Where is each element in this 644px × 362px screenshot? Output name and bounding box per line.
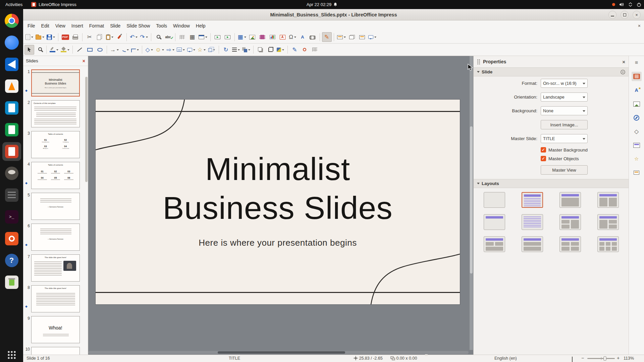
insert-table-button[interactable]: ▦ — [237, 32, 247, 42]
dock-chrome-icon[interactable] — [2, 11, 21, 30]
format-dropdown[interactable]: On-scr... w (16:9) — [541, 79, 588, 88]
arrange-button[interactable] — [241, 45, 251, 55]
dock-impress-icon[interactable] — [2, 142, 21, 161]
layout-title-2content-content[interactable] — [559, 214, 581, 230]
menu-format[interactable]: Format — [86, 22, 107, 30]
glue-points-button[interactable] — [300, 45, 310, 55]
slides-panel-close-icon[interactable]: × — [83, 58, 85, 64]
show-snap-guides-button[interactable] — [310, 45, 320, 55]
zoom-in-button[interactable]: + — [617, 355, 620, 361]
curves-polygons-button[interactable] — [120, 45, 130, 55]
menu-view[interactable]: View — [52, 22, 68, 30]
orientation-dropdown[interactable]: Landscape — [541, 93, 588, 102]
zoom-slider-handle[interactable] — [603, 356, 606, 361]
display-views-button[interactable] — [198, 32, 208, 42]
tab-slide-transition[interactable] — [632, 168, 642, 177]
slide-thumbnail-3[interactable]: 3 Table of contents 01Introduction 02Com… — [24, 131, 86, 158]
master-name-status[interactable]: TITLE — [229, 356, 240, 361]
insert-comment-button[interactable] — [367, 32, 377, 42]
master-objects-checkbox[interactable]: ✓ — [541, 156, 546, 161]
tab-animation[interactable]: ☆ — [632, 154, 642, 164]
export-pdf-button[interactable]: PDF — [60, 32, 70, 42]
flowchart-button[interactable] — [176, 45, 186, 55]
find-replace-button[interactable] — [153, 32, 163, 42]
layout-title-only[interactable] — [484, 214, 505, 230]
activities-button[interactable]: Activities — [0, 0, 28, 9]
slide-count-status[interactable]: Slide 1 of 16 — [26, 356, 50, 361]
layout-title-slide[interactable] — [522, 192, 543, 208]
menu-slideshow[interactable]: Slide Show — [123, 22, 153, 30]
fit-slide-button[interactable] — [572, 357, 573, 362]
basic-shapes-button[interactable]: ◇ — [144, 45, 154, 55]
start-from-first-slide-button[interactable] — [213, 32, 222, 42]
close-button[interactable]: × — [633, 11, 641, 19]
zoom-percent[interactable]: 113% — [624, 356, 634, 361]
system-indicators[interactable] — [612, 2, 641, 7]
print-button[interactable] — [70, 32, 80, 42]
insert-textbox-button[interactable]: A — [278, 32, 287, 42]
show-applications-button[interactable] — [7, 351, 16, 359]
open-button[interactable] — [35, 32, 45, 42]
dock-ubuntu-software-icon[interactable] — [2, 229, 21, 248]
special-character-button[interactable]: Ω — [288, 32, 298, 42]
panel-grip-icon[interactable] — [477, 59, 480, 64]
insert-media-button[interactable] — [258, 32, 267, 42]
crop-button[interactable] — [266, 45, 275, 55]
menu-file[interactable]: File — [24, 22, 38, 30]
new-document-button[interactable] — [24, 32, 34, 42]
redo-button[interactable]: ↷ — [139, 32, 149, 42]
slide-thumbnail-1[interactable]: 1◆ MinimalistBusiness Slides Here is whe… — [24, 69, 86, 97]
menu-tools[interactable]: Tools — [153, 22, 170, 30]
dock-writer-icon[interactable] — [2, 99, 21, 117]
background-dropdown[interactable]: None — [541, 106, 588, 115]
slides-scrollbar[interactable] — [85, 77, 88, 354]
slide-thumbnail-7[interactable]: 7 The slide title goes here! — [24, 254, 86, 282]
menu-edit[interactable]: Edit — [38, 22, 52, 30]
slide-thumbnail-2[interactable]: 2 Contents of this template — [24, 100, 86, 127]
edit-points-button[interactable]: ✎ — [290, 45, 300, 55]
window-titlebar[interactable]: Minimalist_Business_Slides.pptx - LibreO… — [23, 9, 644, 20]
copy-button[interactable] — [95, 32, 104, 42]
master-objects-checkbox-row[interactable]: ✓ Master Objects — [541, 156, 629, 161]
tab-master-slides[interactable] — [632, 140, 642, 150]
language-status[interactable]: English (en) — [494, 356, 517, 361]
paste-button[interactable] — [105, 32, 114, 42]
menu-help[interactable]: Help — [193, 22, 209, 30]
snap-guides-button[interactable]: ▦ — [187, 32, 197, 42]
block-arrows-button[interactable]: ⇨ — [165, 45, 175, 55]
rectangle-button[interactable] — [85, 45, 95, 55]
zoom-out-button[interactable]: − — [581, 355, 584, 361]
connectors-button[interactable] — [130, 45, 140, 55]
new-slide-button[interactable] — [336, 32, 347, 42]
select-tool-button[interactable] — [24, 45, 34, 55]
dock-browser-icon[interactable] — [2, 33, 21, 52]
dock-calc-icon[interactable] — [2, 120, 21, 139]
display-grid-button[interactable] — [177, 32, 187, 42]
canvas-hscroll-thumb[interactable] — [218, 351, 345, 354]
cut-button[interactable]: ✂ — [85, 32, 94, 42]
layout-title-4content[interactable] — [559, 236, 581, 252]
minimize-button[interactable] — [608, 11, 616, 19]
stars-banners-button[interactable]: ☆ — [197, 45, 207, 55]
dock-terminal-icon[interactable]: >_ — [2, 207, 21, 226]
delete-slide-button[interactable] — [357, 32, 367, 42]
maximize-button[interactable] — [621, 11, 629, 19]
symbol-shapes-button[interactable]: ☺ — [154, 45, 165, 55]
sidebar-settings-button[interactable]: ≡ — [632, 58, 642, 67]
slide-canvas-area[interactable]: Minimalist Business Slides Here is where… — [88, 56, 473, 355]
layout-title-content-over-content[interactable] — [522, 236, 543, 252]
slide-thumbnail-4[interactable]: 4◆ Table of contents 01 02 03 04 05 06 — [24, 162, 86, 189]
save-button[interactable] — [46, 32, 56, 42]
rotate-button[interactable]: ↻ — [221, 45, 231, 55]
layout-centered-text[interactable] — [522, 214, 543, 230]
master-background-checkbox-row[interactable]: ✓ Master Background — [541, 147, 629, 153]
3d-objects-button[interactable] — [207, 45, 217, 55]
slides-scrollbar-thumb[interactable] — [85, 77, 88, 182]
close-document-icon[interactable]: × — [638, 23, 641, 28]
tab-styles[interactable]: A — [632, 85, 642, 95]
focused-app-menu[interactable]: LibreOffice Impress — [28, 2, 79, 7]
canvas-horizontal-scrollbar[interactable] — [88, 351, 469, 354]
layout-title-2content-over-content[interactable] — [484, 236, 505, 252]
layouts-section-header[interactable]: Layouts — [474, 179, 629, 188]
dock-gimp-icon[interactable] — [2, 164, 21, 183]
